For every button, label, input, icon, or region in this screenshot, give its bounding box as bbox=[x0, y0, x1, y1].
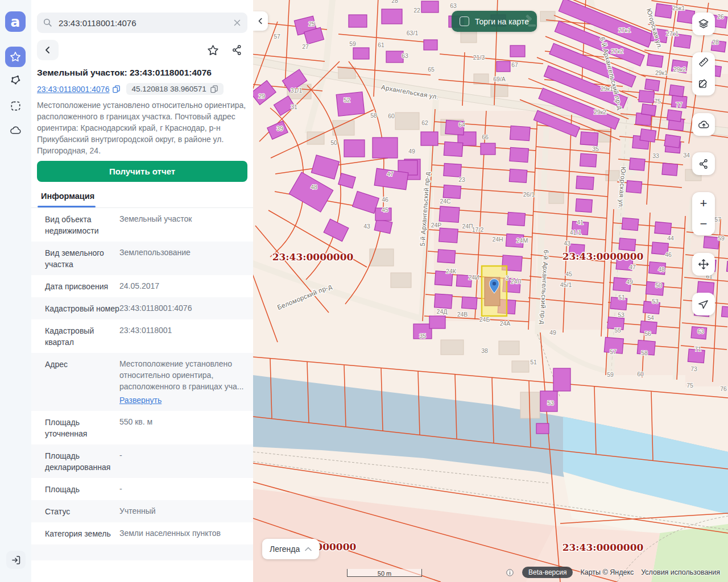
parcel-number: 3 bbox=[506, 275, 509, 281]
draw-button[interactable] bbox=[697, 77, 710, 92]
parcel-number: 22 bbox=[413, 7, 420, 14]
parcel-number: 77 bbox=[676, 101, 682, 108]
app-logo[interactable]: a bbox=[5, 11, 26, 32]
field-value bbox=[119, 550, 245, 555]
parcel-number: 39 bbox=[276, 125, 283, 132]
parcel-number: 57 bbox=[610, 348, 617, 355]
parcel-number: 52 bbox=[344, 97, 350, 103]
parcel-number: 29к1 bbox=[601, 85, 613, 92]
sidebar-item-polygon[interactable] bbox=[9, 73, 22, 87]
measure-button[interactable] bbox=[697, 56, 710, 70]
parcel-number: 49 bbox=[408, 148, 415, 155]
parcel-number: 56 bbox=[644, 330, 651, 337]
parcel-number: 45 bbox=[382, 206, 388, 213]
tab-bar: Информация bbox=[31, 188, 253, 208]
parcel-number: 28 bbox=[712, 39, 719, 45]
parcel-number: 24С bbox=[440, 198, 451, 205]
field-value: 23:43:0118001:4076 bbox=[119, 302, 245, 314]
parcel-number: 57 bbox=[714, 216, 721, 223]
copy-icon[interactable] bbox=[210, 85, 218, 93]
login-button[interactable] bbox=[6, 551, 26, 569]
parcel-number: 59 bbox=[607, 371, 614, 378]
field-label: Площадь уточненная bbox=[45, 416, 119, 439]
share-button[interactable] bbox=[229, 42, 245, 58]
parcel-number: 24Б bbox=[479, 316, 490, 323]
tab-underline bbox=[38, 206, 96, 207]
clear-search-icon[interactable] bbox=[233, 18, 242, 27]
favorite-button[interactable] bbox=[205, 42, 221, 58]
field-label: Статус bbox=[45, 505, 119, 517]
expand-address-link[interactable]: Развернуть bbox=[119, 394, 162, 406]
parcel-number: 35 bbox=[592, 146, 599, 152]
parcel-number: 54 bbox=[647, 314, 654, 321]
parcel-number: 53 bbox=[547, 400, 554, 406]
field-label bbox=[45, 550, 119, 555]
zoom-group: + − bbox=[692, 192, 715, 235]
star-icon bbox=[206, 44, 220, 57]
object-chips: 23:43:0118001:4076 45.120818 38.960571 bbox=[37, 83, 224, 95]
field-label: Площадь bbox=[45, 483, 119, 495]
scale-bar: 50 m bbox=[347, 569, 422, 577]
parcel-number: 62 bbox=[421, 119, 428, 126]
ruler-icon bbox=[697, 56, 710, 68]
layers-icon bbox=[697, 18, 710, 30]
field-value: - bbox=[119, 483, 245, 495]
field-label: Вид объекта недвижимости bbox=[45, 213, 119, 236]
torgi-toggle[interactable]: Торги на карте bbox=[452, 11, 537, 32]
map-canvas[interactable]: 23:43:000000023:43:000000023:43:00000002… bbox=[253, 0, 728, 582]
table-row: Кадастровый номер23:43:0118001:4076 bbox=[31, 297, 253, 319]
parcel-number: 67 bbox=[511, 61, 518, 68]
parcel-number: 51 bbox=[618, 294, 625, 301]
tab-information[interactable]: Информация bbox=[41, 192, 94, 201]
share-icon bbox=[231, 44, 243, 56]
torgi-checkbox[interactable] bbox=[460, 16, 469, 26]
parcel-number: 76 bbox=[720, 385, 727, 392]
search-bar[interactable] bbox=[37, 13, 247, 33]
parcel-number: 73 bbox=[690, 365, 697, 372]
cadastral-number-link[interactable]: 23:43:0118001:4076 bbox=[37, 85, 121, 94]
sidebar-item-favorites-active[interactable] bbox=[5, 47, 26, 67]
object-panel: Земельный участок: 23:43:0118001:4076 23… bbox=[31, 0, 253, 582]
parcel-number: 71 bbox=[694, 346, 701, 352]
info-icon[interactable] bbox=[505, 568, 515, 577]
legend-button[interactable]: Легенда bbox=[262, 539, 319, 559]
share-map-button[interactable] bbox=[692, 152, 715, 175]
parcel-number: 58 bbox=[370, 112, 377, 119]
parcel-number: 51 bbox=[530, 359, 537, 365]
field-value: 550 кв. м bbox=[119, 416, 245, 439]
app-logo-letter: a bbox=[11, 15, 20, 29]
gavel-icon bbox=[520, 13, 537, 30]
beta-badge: Beta-версия bbox=[522, 567, 573, 578]
collapse-panel-button[interactable] bbox=[253, 11, 268, 31]
sidebar-item-cloud[interactable] bbox=[9, 123, 22, 137]
parcel-number: 24К bbox=[446, 268, 457, 275]
table-row: Площадь декларированная- bbox=[31, 444, 253, 478]
zoom-out-button[interactable]: − bbox=[692, 215, 715, 233]
parcel-number: 61 bbox=[378, 41, 384, 48]
coordinates-chip[interactable]: 45.120818 38.960571 bbox=[126, 83, 223, 95]
pan-button[interactable] bbox=[692, 253, 715, 276]
terms-link[interactable]: Условия использования bbox=[641, 568, 720, 576]
locate-button[interactable] bbox=[692, 293, 715, 315]
pan-icon bbox=[697, 258, 710, 271]
table-row: АдресМестоположение установлено относите… bbox=[31, 353, 253, 411]
upload-button[interactable] bbox=[692, 113, 715, 136]
field-value: Учтенный bbox=[119, 505, 245, 517]
zoom-in-button[interactable]: + bbox=[692, 194, 715, 213]
parcel-number: 47 bbox=[387, 171, 394, 177]
info-table: Вид объекта недвижимостиЗемельный участо… bbox=[31, 208, 253, 560]
cadastral-quarter-label: 23:43:0000000 bbox=[272, 251, 354, 263]
map-copyright[interactable]: Карты © Яндекс bbox=[580, 568, 634, 576]
parcel-number: 24М bbox=[516, 237, 528, 244]
cadastral-map[interactable]: 23:43:000000023:43:000000023:43:00000002… bbox=[253, 0, 728, 582]
search-input[interactable] bbox=[57, 18, 228, 28]
parcel-number: 63/1 bbox=[407, 30, 419, 36]
sidebar-item-select-area[interactable] bbox=[9, 99, 22, 113]
parcel-number: 55 bbox=[614, 327, 621, 334]
copy-icon[interactable] bbox=[112, 85, 121, 93]
get-report-button[interactable]: Получить отчет bbox=[37, 161, 247, 182]
parcel-number: 34 bbox=[683, 152, 690, 159]
back-button[interactable] bbox=[37, 40, 59, 60]
layers-button[interactable] bbox=[692, 13, 715, 35]
table-row: Площадь уточненная550 кв. м bbox=[31, 411, 253, 444]
